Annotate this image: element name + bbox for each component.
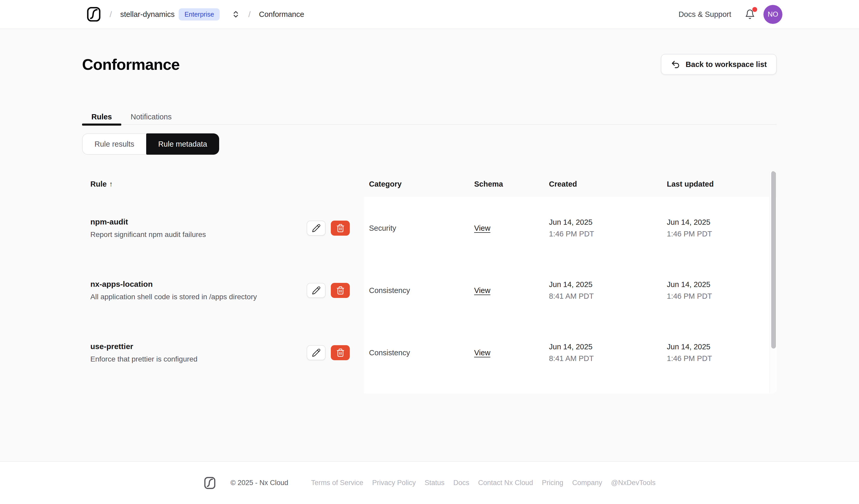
- footer-link-terms[interactable]: Terms of Service: [311, 479, 363, 487]
- created-time: 1:46 PM PDT: [549, 230, 594, 238]
- rule-category: Consistency: [364, 322, 469, 384]
- nx-cloud-footer-logo-icon: [204, 477, 216, 489]
- table-row: nx-apps-location All application shell c…: [82, 259, 777, 322]
- rule-cell: nx-apps-location All application shell c…: [82, 259, 364, 322]
- table-row: npm-audit Report significant npm audit f…: [82, 197, 777, 259]
- breadcrumb-separator: /: [248, 10, 251, 19]
- tab-notifications[interactable]: Notifications: [121, 109, 181, 124]
- rule-info: npm-audit Report significant npm audit f…: [90, 217, 206, 239]
- back-to-workspace-button[interactable]: Back to workspace list: [661, 54, 777, 75]
- rule-cell: npm-audit Report significant npm audit f…: [82, 197, 364, 259]
- updated-time: 1:46 PM PDT: [667, 354, 712, 363]
- rule-description: Report significant npm audit failures: [90, 230, 206, 239]
- table-bottom-filler: [82, 384, 777, 394]
- footer-link-docs[interactable]: Docs: [453, 479, 469, 487]
- schema-cell: View: [469, 259, 544, 322]
- footer-link-nxdevtools[interactable]: @NxDevTools: [611, 479, 655, 487]
- rule-name: use-prettier: [90, 342, 197, 351]
- last-updated-cell: Jun 14, 2025 1:46 PM PDT: [661, 259, 777, 322]
- tab-bar: Rules Notifications: [82, 109, 777, 125]
- rule-category: Security: [364, 197, 469, 259]
- table-header-row: Rule ↑ Category Schema Created Last upda…: [82, 171, 777, 197]
- created-cell: Jun 14, 2025 1:46 PM PDT: [544, 197, 661, 259]
- rule-info: use-prettier Enforce that prettier is co…: [90, 342, 197, 363]
- sort-ascending-icon: ↑: [109, 180, 113, 188]
- workspace-switcher-icon[interactable]: [232, 10, 240, 18]
- navbar-actions: Docs & Support NO: [679, 5, 782, 24]
- created-date: Jun 14, 2025: [549, 342, 592, 351]
- delete-rule-button[interactable]: [331, 220, 350, 236]
- created-date: Jun 14, 2025: [549, 280, 592, 289]
- view-schema-link[interactable]: View: [474, 349, 490, 357]
- tab-rules[interactable]: Rules: [82, 109, 121, 124]
- footer-link-company[interactable]: Company: [572, 479, 602, 487]
- rule-view-toggle: Rule results Rule metadata: [82, 133, 219, 155]
- tab-notifications-label: Notifications: [131, 113, 172, 121]
- rule-actions: [307, 283, 350, 298]
- last-updated-cell: Jun 14, 2025 1:46 PM PDT: [661, 322, 777, 384]
- footer-links: Terms of Service Privacy Policy Status D…: [311, 479, 655, 487]
- created-cell: Jun 14, 2025 8:41 AM PDT: [544, 259, 661, 322]
- schema-cell: View: [469, 322, 544, 384]
- pencil-icon: [312, 224, 321, 232]
- trash-icon: [336, 224, 345, 232]
- column-header-rule[interactable]: Rule ↑: [82, 171, 364, 197]
- column-header-rule-label: Rule: [90, 180, 107, 188]
- segment-rule-results[interactable]: Rule results: [82, 133, 146, 155]
- view-schema-link[interactable]: View: [474, 224, 490, 232]
- footer-link-pricing[interactable]: Pricing: [542, 479, 563, 487]
- delete-rule-button[interactable]: [331, 283, 350, 298]
- notifications-bell-icon[interactable]: [745, 9, 755, 19]
- created-time: 8:41 AM PDT: [549, 354, 593, 363]
- updated-date: Jun 14, 2025: [667, 218, 710, 227]
- created-cell: Jun 14, 2025 8:41 AM PDT: [544, 322, 661, 384]
- copyright-text: © 2025 - Nx Cloud: [230, 479, 288, 487]
- column-header-schema[interactable]: Schema: [469, 171, 544, 197]
- updated-date: Jun 14, 2025: [667, 342, 710, 351]
- rule-cell: use-prettier Enforce that prettier is co…: [82, 322, 364, 384]
- edit-rule-button[interactable]: [307, 345, 326, 360]
- view-schema-link[interactable]: View: [474, 286, 490, 295]
- undo-arrow-icon: [671, 60, 680, 69]
- edit-rule-button[interactable]: [307, 220, 326, 236]
- rule-name: nx-apps-location: [90, 280, 257, 289]
- breadcrumb: / stellar-dynamics Enterprise / Conforma…: [86, 7, 304, 22]
- pencil-icon: [312, 348, 321, 357]
- rule-description: Enforce that prettier is configured: [90, 355, 197, 363]
- schema-cell: View: [469, 197, 544, 259]
- nx-cloud-logo-icon[interactable]: [86, 7, 101, 22]
- created-date: Jun 14, 2025: [549, 218, 592, 227]
- footer-link-privacy[interactable]: Privacy Policy: [372, 479, 416, 487]
- column-header-category[interactable]: Category: [364, 171, 469, 197]
- footer-link-contact[interactable]: Contact Nx Cloud: [478, 479, 533, 487]
- segment-rule-metadata[interactable]: Rule metadata: [146, 133, 219, 155]
- updated-date: Jun 14, 2025: [667, 280, 710, 289]
- back-button-label: Back to workspace list: [685, 60, 767, 69]
- column-header-last-updated[interactable]: Last updated: [661, 171, 777, 197]
- breadcrumb-separator: /: [109, 10, 112, 19]
- trash-icon: [336, 348, 345, 357]
- table-scrollbar-thumb[interactable]: [771, 171, 776, 349]
- edit-rule-button[interactable]: [307, 283, 326, 298]
- footer: © 2025 - Nx Cloud Terms of Service Priva…: [0, 461, 859, 504]
- trash-icon: [336, 286, 345, 295]
- rule-description: All application shell code is stored in …: [90, 293, 257, 301]
- table-row: use-prettier Enforce that prettier is co…: [82, 322, 777, 384]
- column-header-created[interactable]: Created: [544, 171, 661, 197]
- rule-metadata-table: Rule ↑ Category Schema Created Last upda…: [82, 171, 777, 394]
- breadcrumb-page: Conformance: [259, 10, 304, 19]
- rule-category: Consistency: [364, 259, 469, 322]
- breadcrumb-workspace[interactable]: stellar-dynamics: [120, 10, 175, 19]
- last-updated-cell: Jun 14, 2025 1:46 PM PDT: [661, 197, 777, 259]
- updated-time: 1:46 PM PDT: [667, 230, 712, 238]
- delete-rule-button[interactable]: [331, 345, 350, 360]
- avatar[interactable]: NO: [764, 5, 782, 24]
- docs-support-link[interactable]: Docs & Support: [679, 10, 731, 19]
- rule-actions: [307, 220, 350, 236]
- notification-dot: [752, 7, 757, 12]
- footer-link-status[interactable]: Status: [425, 479, 444, 487]
- rule-name: npm-audit: [90, 217, 206, 226]
- rule-info: nx-apps-location All application shell c…: [90, 280, 257, 301]
- created-time: 8:41 AM PDT: [549, 292, 593, 301]
- top-navbar: / stellar-dynamics Enterprise / Conforma…: [0, 0, 859, 29]
